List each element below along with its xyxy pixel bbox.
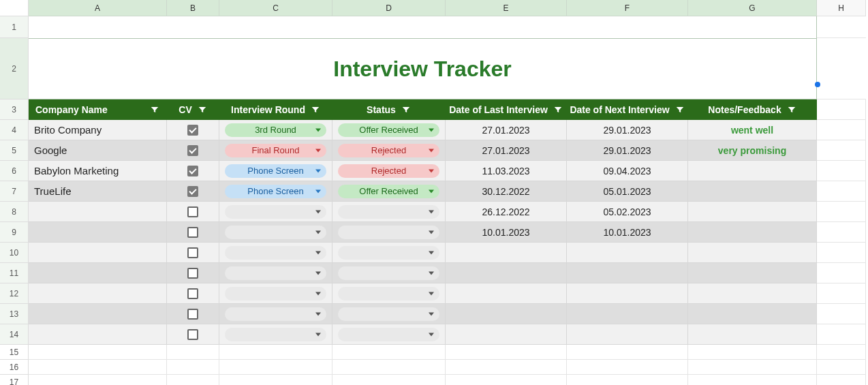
status-dropdown[interactable] — [338, 246, 439, 260]
cell-empty[interactable] — [446, 345, 567, 360]
row-header-16[interactable]: 16 — [0, 360, 29, 375]
cell-round[interactable]: Final Round — [219, 140, 332, 161]
cell-H9[interactable] — [817, 222, 866, 243]
row-header-15[interactable]: 15 — [0, 345, 29, 360]
cell-next-date[interactable] — [567, 243, 688, 263]
row-header-9[interactable]: 9 — [0, 222, 29, 243]
header-company[interactable]: Company Name — [29, 99, 167, 120]
cell-H4[interactable] — [817, 120, 866, 140]
cell-company[interactable]: Google — [29, 140, 167, 161]
cell-empty[interactable] — [29, 345, 167, 360]
cell-cv[interactable] — [167, 181, 219, 202]
cell-cv[interactable] — [167, 202, 219, 222]
status-dropdown[interactable] — [338, 287, 439, 301]
cell-next-date[interactable]: 29.01.2023 — [567, 140, 688, 161]
cell-notes[interactable] — [688, 324, 817, 345]
cell-cv[interactable] — [167, 161, 219, 181]
cell-empty[interactable] — [332, 360, 446, 375]
select-all-corner[interactable] — [0, 0, 29, 16]
cell-notes[interactable] — [688, 222, 817, 243]
cell-notes[interactable] — [688, 181, 817, 202]
cell-empty[interactable] — [167, 345, 219, 360]
row-header-3[interactable]: 3 — [0, 99, 29, 120]
status-dropdown[interactable] — [338, 328, 439, 341]
header-status[interactable]: Status — [332, 99, 446, 120]
merged-spacer-row1[interactable] — [29, 16, 817, 38]
cell-round[interactable] — [219, 243, 332, 263]
filter-icon[interactable] — [401, 105, 411, 114]
cell-H12[interactable] — [817, 283, 866, 304]
cell-status[interactable] — [332, 222, 446, 243]
cell-empty[interactable] — [446, 375, 567, 385]
cell-status[interactable] — [332, 304, 446, 324]
cell-empty[interactable] — [567, 345, 688, 360]
cell-round[interactable]: Phone Screen — [219, 181, 332, 202]
cell-round[interactable] — [219, 304, 332, 324]
col-header-A[interactable]: A — [29, 0, 167, 16]
row-header-1[interactable]: 1 — [0, 16, 29, 38]
cell-cv[interactable] — [167, 304, 219, 324]
cell-company[interactable] — [29, 243, 167, 263]
cell-round[interactable] — [219, 283, 332, 304]
cell-next-date[interactable]: 10.01.2023 — [567, 222, 688, 243]
selection-handle[interactable] — [815, 82, 820, 87]
round-dropdown[interactable] — [225, 266, 326, 280]
row-header-10[interactable]: 10 — [0, 243, 29, 263]
cell-company[interactable]: Brito Company — [29, 120, 167, 140]
cell-last-date[interactable] — [446, 304, 567, 324]
cell-empty[interactable] — [688, 345, 817, 360]
cell-empty[interactable] — [29, 375, 167, 385]
checkbox[interactable] — [187, 166, 198, 176]
filter-icon[interactable] — [787, 105, 796, 114]
round-dropdown[interactable] — [225, 226, 326, 239]
filter-icon[interactable] — [675, 105, 685, 114]
checkbox[interactable] — [187, 329, 198, 340]
cell-cv[interactable] — [167, 120, 219, 140]
cell-company[interactable]: TrueLife — [29, 181, 167, 202]
cell-company[interactable] — [29, 202, 167, 222]
row-header-12[interactable]: 12 — [0, 283, 29, 304]
cell-last-date[interactable]: 10.01.2023 — [446, 222, 567, 243]
cell-H13[interactable] — [817, 304, 866, 324]
cell-round[interactable]: Phone Screen — [219, 161, 332, 181]
cell-company[interactable] — [29, 304, 167, 324]
col-header-C[interactable]: C — [219, 0, 332, 16]
header-next[interactable]: Date of Next Interview — [567, 99, 688, 120]
checkbox[interactable] — [187, 288, 198, 299]
cell-notes[interactable]: went well — [688, 120, 817, 140]
header-notes[interactable]: Notes/Feedback — [688, 99, 817, 120]
cell-last-date[interactable]: 11.03.2023 — [446, 161, 567, 181]
filter-icon[interactable] — [150, 105, 159, 114]
cell-last-date[interactable]: 30.12.2022 — [446, 181, 567, 202]
cell-empty[interactable] — [817, 375, 866, 385]
cell-next-date[interactable]: 05.01.2023 — [567, 181, 688, 202]
checkbox[interactable] — [187, 186, 198, 197]
round-dropdown[interactable] — [225, 205, 326, 219]
row-header-14[interactable]: 14 — [0, 324, 29, 345]
cell-status[interactable]: Rejected — [332, 161, 446, 181]
cell-empty[interactable] — [688, 375, 817, 385]
filter-icon[interactable] — [553, 105, 563, 114]
cell-cv[interactable] — [167, 324, 219, 345]
cell-status[interactable] — [332, 263, 446, 283]
cell-empty[interactable] — [219, 375, 332, 385]
cell-round[interactable] — [219, 324, 332, 345]
cell-last-date[interactable] — [446, 324, 567, 345]
cell-empty[interactable] — [688, 360, 817, 375]
cell-H6[interactable] — [817, 161, 866, 181]
cell-company[interactable] — [29, 222, 167, 243]
col-header-F[interactable]: F — [567, 0, 688, 16]
cell-round[interactable]: 3rd Round — [219, 120, 332, 140]
row-header-13[interactable]: 13 — [0, 304, 29, 324]
col-header-H[interactable]: H — [817, 0, 866, 16]
col-header-D[interactable]: D — [332, 0, 446, 16]
cell-status[interactable]: Offer Received — [332, 181, 446, 202]
round-dropdown[interactable]: 3rd Round — [225, 123, 326, 137]
round-dropdown[interactable] — [225, 328, 326, 341]
col-header-G[interactable]: G — [688, 0, 817, 16]
cell-empty[interactable] — [167, 360, 219, 375]
cell-company[interactable]: Babylon Marketing — [29, 161, 167, 181]
cell-H10[interactable] — [817, 243, 866, 263]
cell-status[interactable]: Rejected — [332, 140, 446, 161]
cell-notes[interactable]: very promising — [688, 140, 817, 161]
